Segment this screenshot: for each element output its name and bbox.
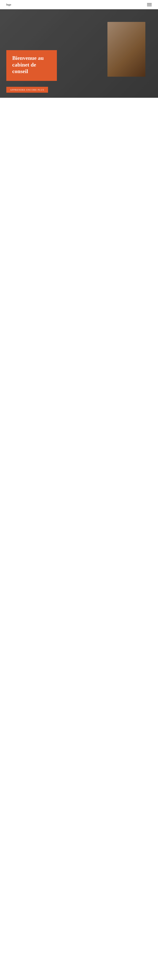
hero-text-box: Bienvenue au cabinet de conseil Lorem ip… [6,50,57,81]
hero-section: Bienvenue au cabinet de conseil Lorem ip… [0,9,158,98]
hamburger-menu[interactable] [147,3,152,6]
hero-cta-button[interactable]: APPRENDRE ENCORE PLUS [6,87,48,93]
navigation: logo [0,0,158,9]
hero-cta[interactable]: APPRENDRE ENCORE PLUS [6,88,48,91]
hero-title: Bienvenue au cabinet de conseil [12,55,51,75]
nav-logo[interactable]: logo [6,3,11,6]
